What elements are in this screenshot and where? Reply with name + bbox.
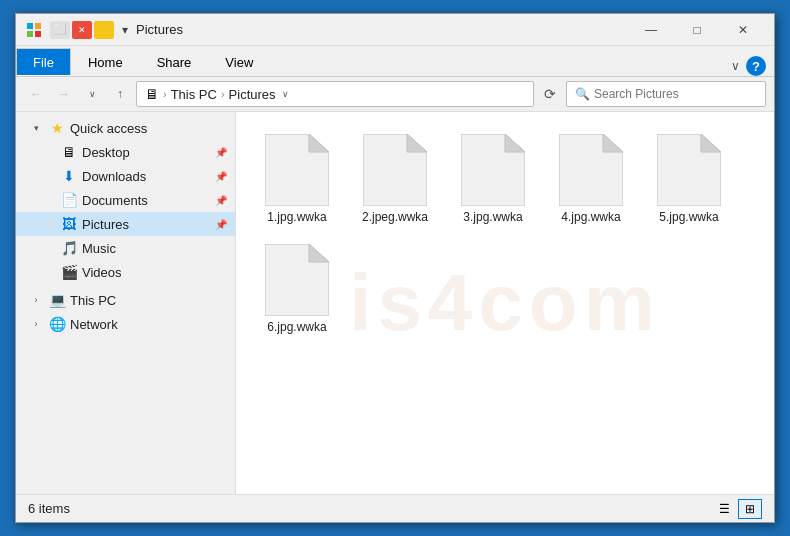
minimize-button[interactable]: — xyxy=(628,14,674,46)
title-bar-tabs: ⬜ ✕ xyxy=(50,21,114,39)
network-icon: 🌐 xyxy=(48,315,66,333)
forward-button[interactable]: → xyxy=(52,82,76,106)
sidebar-item-desktop[interactable]: 🖥 Desktop 📌 xyxy=(16,140,235,164)
tab-home[interactable]: Home xyxy=(71,48,140,76)
sidebar-music-label: Music xyxy=(82,241,227,256)
close-button[interactable]: ✕ xyxy=(720,14,766,46)
pictures-pin-icon: 📌 xyxy=(215,219,227,230)
file-name-4: 4.jpg.wwka xyxy=(561,210,620,224)
downloads-pin-icon: 📌 xyxy=(215,171,227,182)
file-item-3[interactable]: 3.jpg.wwka xyxy=(448,128,538,230)
up-button[interactable]: ↑ xyxy=(108,82,132,106)
sidebar-network-label: Network xyxy=(70,317,227,332)
svg-marker-7 xyxy=(407,134,427,152)
file-item-2[interactable]: 2.jpeg.wwka xyxy=(350,128,440,230)
videos-icon: 🎬 xyxy=(60,263,78,281)
file-area: is4com 1.jpg.wwka 2.jp xyxy=(236,112,774,494)
pictures-icon: 🖼 xyxy=(60,215,78,233)
ribbon-expand: ∨ ? xyxy=(731,56,774,76)
address-bar: ← → ∨ ↑ 🖥 › This PC › Pictures ∨ ⟳ 🔍 xyxy=(16,77,774,112)
tab-share[interactable]: Share xyxy=(140,48,209,76)
help-icon[interactable]: ? xyxy=(746,56,766,76)
file-icon-2 xyxy=(363,134,427,206)
svg-marker-5 xyxy=(309,134,329,152)
tab-view[interactable]: View xyxy=(208,48,270,76)
sidebar-videos-label: Videos xyxy=(82,265,227,280)
sidebar-downloads-label: Downloads xyxy=(82,169,209,184)
file-item-4[interactable]: 4.jpg.wwka xyxy=(546,128,636,230)
main-content: ▾ ★ Quick access 🖥 Desktop 📌 ⬇ Downloads… xyxy=(16,112,774,494)
ribbon: File Home Share View ∨ ? xyxy=(16,46,774,77)
ribbon-tabs: File Home Share View ∨ ? xyxy=(16,46,774,76)
svg-rect-1 xyxy=(35,23,41,29)
this-pc-expand: › xyxy=(28,292,44,308)
search-box[interactable]: 🔍 xyxy=(566,81,766,107)
documents-icon: 📄 xyxy=(60,191,78,209)
videos-expand xyxy=(40,264,56,280)
sidebar-item-network[interactable]: › 🌐 Network xyxy=(16,312,235,336)
file-item-1[interactable]: 1.jpg.wwka xyxy=(252,128,342,230)
window-icon xyxy=(24,20,44,40)
svg-marker-9 xyxy=(505,134,525,152)
sidebar-documents-label: Documents xyxy=(82,193,209,208)
file-name-6: 6.jpg.wwka xyxy=(267,320,326,334)
file-icon-5 xyxy=(657,134,721,206)
file-item-6[interactable]: 6.jpg.wwka xyxy=(252,238,342,340)
quick-access-label: Quick access xyxy=(70,121,227,136)
svg-rect-2 xyxy=(27,31,33,37)
music-icon: 🎵 xyxy=(60,239,78,257)
sidebar-item-this-pc[interactable]: › 💻 This PC xyxy=(16,288,235,312)
status-bar: 6 items ☰ ⊞ xyxy=(16,494,774,522)
file-icon-6 xyxy=(265,244,329,316)
maximize-button[interactable]: □ xyxy=(674,14,720,46)
path-pictures[interactable]: Pictures xyxy=(229,87,276,102)
svg-rect-0 xyxy=(27,23,33,29)
window-title: Pictures xyxy=(136,22,628,37)
svg-marker-15 xyxy=(309,244,329,262)
file-name-5: 5.jpg.wwka xyxy=(659,210,718,224)
path-separator-2: › xyxy=(221,88,225,100)
sidebar-desktop-label: Desktop xyxy=(82,145,209,160)
view-toggles: ☰ ⊞ xyxy=(712,499,762,519)
path-end-dropdown[interactable]: ∨ xyxy=(282,89,289,99)
path-separator-1: › xyxy=(163,88,167,100)
file-name-2: 2.jpeg.wwka xyxy=(362,210,428,224)
quick-access-expand: ▾ xyxy=(28,120,44,136)
file-icon-3 xyxy=(461,134,525,206)
path-icon: 🖥 xyxy=(145,86,159,102)
documents-pin-icon: 📌 xyxy=(215,195,227,206)
this-pc-icon: 💻 xyxy=(48,291,66,309)
sidebar-item-documents[interactable]: 📄 Documents 📌 xyxy=(16,188,235,212)
search-input[interactable] xyxy=(594,87,757,101)
sidebar-item-videos[interactable]: 🎬 Videos xyxy=(16,260,235,284)
sidebar-item-pictures[interactable]: 🖼 Pictures 📌 xyxy=(16,212,235,236)
ribbon-expand-arrow[interactable]: ∨ xyxy=(731,59,740,73)
pictures-expand xyxy=(40,216,56,232)
sidebar-item-downloads[interactable]: ⬇ Downloads 📌 xyxy=(16,164,235,188)
documents-expand xyxy=(40,192,56,208)
file-name-1: 1.jpg.wwka xyxy=(267,210,326,224)
window-controls: — □ ✕ xyxy=(628,14,766,46)
quick-access-toolbar: ▾ xyxy=(122,23,128,37)
tab-icon-3 xyxy=(94,21,114,39)
file-item-5[interactable]: 5.jpg.wwka xyxy=(644,128,734,230)
tab-file[interactable]: File xyxy=(16,48,71,76)
sidebar-item-music[interactable]: 🎵 Music xyxy=(16,236,235,260)
sidebar-this-pc-label: This PC xyxy=(70,293,227,308)
refresh-button[interactable]: ⟳ xyxy=(538,82,562,106)
dropdown-button[interactable]: ∨ xyxy=(80,82,104,106)
path-this-pc[interactable]: This PC xyxy=(171,87,217,102)
address-path[interactable]: 🖥 › This PC › Pictures ∨ xyxy=(136,81,534,107)
tab-icon-2: ✕ xyxy=(72,21,92,39)
downloads-icon: ⬇ xyxy=(60,167,78,185)
grid-view-button[interactable]: ⊞ xyxy=(738,499,762,519)
file-icon-1 xyxy=(265,134,329,206)
desktop-pin-icon: 📌 xyxy=(215,147,227,158)
list-view-button[interactable]: ☰ xyxy=(712,499,736,519)
sidebar-quick-access[interactable]: ▾ ★ Quick access xyxy=(16,116,235,140)
watermark: is4com xyxy=(349,257,661,349)
back-button[interactable]: ← xyxy=(24,82,48,106)
status-count: 6 items xyxy=(28,501,712,516)
quick-access-star-icon: ★ xyxy=(48,119,66,137)
explorer-window: ⬜ ✕ ▾ Pictures — □ ✕ File Home Share Vie… xyxy=(15,13,775,523)
